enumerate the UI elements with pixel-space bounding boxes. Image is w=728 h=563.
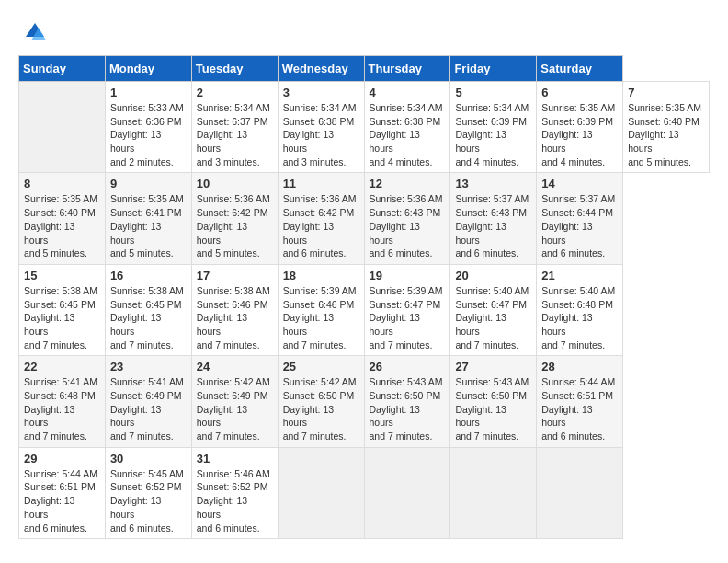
info-line: Daylight: 13 hours	[24, 221, 74, 246]
info-line: Sunset: 6:42 PM	[197, 207, 268, 218]
info-line: Daylight: 13 hours	[283, 404, 334, 429]
calendar-cell: 22Sunrise: 5:41 AMSunset: 6:48 PMDayligh…	[19, 356, 106, 447]
info-line: Daylight: 13 hours	[455, 404, 506, 429]
info-line: and 6 minutes.	[370, 247, 433, 259]
info-line: Sunset: 6:43 PM	[455, 207, 527, 218]
col-header-thursday: Thursday	[364, 56, 450, 82]
info-line: and 6 minutes.	[541, 431, 605, 442]
info-line: Sunset: 6:36 PM	[110, 116, 182, 127]
info-line: and 6 minutes.	[197, 523, 260, 534]
info-line: and 7 minutes.	[370, 431, 433, 442]
info-line: and 7 minutes.	[24, 431, 87, 442]
info-line: and 7 minutes.	[283, 431, 347, 442]
day-number: 30	[110, 452, 187, 465]
day-number: 1	[110, 86, 187, 99]
day-number: 15	[24, 269, 100, 282]
info-line: Sunset: 6:39 PM	[541, 116, 613, 127]
calendar-cell	[278, 447, 364, 538]
calendar-cell: 4Sunrise: 5:34 AMSunset: 6:38 PMDaylight…	[364, 82, 450, 173]
day-number: 24	[197, 360, 273, 373]
calendar-cell: 3Sunrise: 5:34 AMSunset: 6:38 PMDaylight…	[278, 82, 364, 173]
info-line: Daylight: 13 hours	[110, 404, 161, 429]
calendar-cell: 9Sunrise: 5:35 AMSunset: 6:41 PMDaylight…	[105, 173, 191, 264]
day-info: Sunrise: 5:42 AMSunset: 6:49 PMDaylight:…	[197, 375, 273, 442]
info-line: Sunset: 6:38 PM	[283, 116, 355, 127]
calendar-cell	[537, 447, 623, 538]
info-line: Daylight: 13 hours	[455, 129, 506, 154]
info-line: Sunrise: 5:44 AM	[24, 468, 97, 479]
info-line: Sunset: 6:49 PM	[110, 390, 182, 401]
calendar-cell: 18Sunrise: 5:39 AMSunset: 6:46 PMDayligh…	[278, 264, 364, 355]
calendar-cell: 2Sunrise: 5:34 AMSunset: 6:37 PMDaylight…	[191, 82, 278, 173]
day-info: Sunrise: 5:36 AMSunset: 6:42 PMDaylight:…	[283, 192, 359, 259]
info-line: Daylight: 13 hours	[197, 129, 247, 154]
day-number: 29	[24, 452, 100, 465]
day-info: Sunrise: 5:34 AMSunset: 6:39 PMDaylight:…	[455, 101, 531, 168]
day-number: 4	[370, 86, 446, 99]
info-line: Sunset: 6:48 PM	[24, 390, 96, 401]
info-line: Daylight: 13 hours	[110, 495, 161, 520]
day-number: 22	[24, 360, 100, 373]
info-line: Daylight: 13 hours	[197, 221, 247, 246]
day-info: Sunrise: 5:35 AMSunset: 6:41 PMDaylight:…	[110, 192, 187, 259]
day-number: 10	[197, 177, 273, 190]
info-line: Sunset: 6:44 PM	[541, 207, 613, 218]
day-number: 14	[541, 177, 618, 190]
day-number: 5	[455, 86, 531, 99]
info-line: Daylight: 13 hours	[24, 312, 74, 337]
day-info: Sunrise: 5:35 AMSunset: 6:40 PMDaylight:…	[628, 101, 704, 168]
info-line: Sunrise: 5:39 AM	[283, 285, 357, 296]
info-line: Sunset: 6:51 PM	[541, 390, 613, 401]
info-line: Sunrise: 5:37 AM	[541, 193, 615, 204]
info-line: Sunset: 6:45 PM	[24, 299, 96, 310]
info-line: Sunset: 6:46 PM	[197, 299, 268, 310]
day-number: 27	[455, 360, 531, 373]
calendar-cell: 26Sunrise: 5:43 AMSunset: 6:50 PMDayligh…	[364, 356, 450, 447]
info-line: Sunrise: 5:34 AM	[197, 102, 270, 113]
info-line: Daylight: 13 hours	[24, 495, 74, 520]
info-line: Sunset: 6:43 PM	[370, 207, 441, 218]
info-line: Sunrise: 5:42 AM	[197, 376, 270, 387]
day-info: Sunrise: 5:41 AMSunset: 6:48 PMDaylight:…	[24, 375, 100, 442]
info-line: Daylight: 13 hours	[455, 221, 506, 246]
info-line: Sunset: 6:40 PM	[24, 207, 96, 218]
info-line: Daylight: 13 hours	[541, 129, 592, 154]
calendar-cell: 14Sunrise: 5:37 AMSunset: 6:44 PMDayligh…	[537, 173, 623, 264]
day-number: 18	[283, 269, 359, 282]
empty-cell	[19, 82, 106, 173]
info-line: Sunset: 6:47 PM	[455, 299, 527, 310]
calendar-cell: 10Sunrise: 5:36 AMSunset: 6:42 PMDayligh…	[191, 173, 278, 264]
day-info: Sunrise: 5:45 AMSunset: 6:52 PMDaylight:…	[110, 467, 187, 534]
calendar-cell	[364, 447, 450, 538]
info-line: Sunrise: 5:36 AM	[283, 193, 357, 204]
info-line: Daylight: 13 hours	[628, 129, 678, 154]
calendar-cell: 30Sunrise: 5:45 AMSunset: 6:52 PMDayligh…	[105, 447, 191, 538]
info-line: Daylight: 13 hours	[541, 312, 592, 337]
calendar-cell: 13Sunrise: 5:37 AMSunset: 6:43 PMDayligh…	[450, 173, 537, 264]
day-info: Sunrise: 5:42 AMSunset: 6:50 PMDaylight:…	[283, 375, 359, 442]
info-line: Sunset: 6:46 PM	[283, 299, 355, 310]
col-header-monday: Monday	[105, 56, 191, 82]
info-line: Sunrise: 5:34 AM	[455, 102, 529, 113]
calendar-cell: 21Sunrise: 5:40 AMSunset: 6:48 PMDayligh…	[537, 264, 623, 355]
calendar-cell: 24Sunrise: 5:42 AMSunset: 6:49 PMDayligh…	[191, 356, 278, 447]
day-number: 13	[455, 177, 531, 190]
info-line: Sunset: 6:42 PM	[283, 207, 355, 218]
info-line: and 5 minutes.	[110, 247, 174, 259]
day-number: 19	[370, 269, 446, 282]
day-number: 17	[197, 269, 273, 282]
day-info: Sunrise: 5:33 AMSunset: 6:36 PMDaylight:…	[110, 101, 187, 168]
info-line: Daylight: 13 hours	[455, 312, 506, 337]
col-header-saturday: Saturday	[537, 56, 623, 82]
info-line: Sunrise: 5:40 AM	[541, 285, 615, 296]
info-line: Daylight: 13 hours	[197, 404, 247, 429]
info-line: Sunset: 6:50 PM	[455, 390, 527, 401]
calendar-cell: 5Sunrise: 5:34 AMSunset: 6:39 PMDaylight…	[450, 82, 537, 173]
day-info: Sunrise: 5:40 AMSunset: 6:48 PMDaylight:…	[541, 284, 618, 351]
info-line: Sunset: 6:41 PM	[110, 207, 182, 218]
info-line: and 7 minutes.	[197, 431, 260, 442]
info-line: Sunrise: 5:38 AM	[24, 285, 97, 296]
info-line: Sunrise: 5:42 AM	[283, 376, 357, 387]
info-line: and 7 minutes.	[541, 339, 605, 350]
info-line: Sunset: 6:47 PM	[370, 299, 441, 310]
